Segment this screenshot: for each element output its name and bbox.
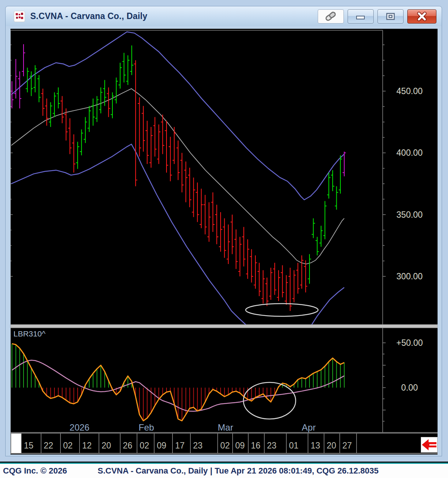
- ohlc-bar[interactable]: [49, 102, 52, 127]
- restore-button[interactable]: [377, 9, 404, 24]
- ohlc-bar[interactable]: [161, 115, 164, 154]
- date-cell[interactable]: 22: [44, 441, 53, 450]
- ohlc-bar[interactable]: [177, 140, 180, 180]
- date-cursor-cell[interactable]: [11, 434, 21, 453]
- ohlc-bar[interactable]: [234, 229, 238, 269]
- date-cell[interactable]: 20: [327, 441, 336, 450]
- title-bar[interactable]: S.CVNA - Carvana Co., Daily: [6, 6, 442, 27]
- ohlc-bar[interactable]: [34, 65, 37, 93]
- date-cell[interactable]: 17: [175, 441, 185, 450]
- ohlc-bar[interactable]: [269, 268, 273, 300]
- price-low-ellipse-annotation[interactable]: [246, 304, 318, 316]
- scroll-left-arrow-button[interactable]: [421, 437, 438, 453]
- ohlc-bar[interactable]: [53, 92, 56, 117]
- ohlc-bar[interactable]: [315, 237, 319, 255]
- ohlc-bar[interactable]: [281, 265, 284, 297]
- ohlc-bar[interactable]: [258, 263, 261, 296]
- ohlc-bar[interactable]: [126, 55, 130, 85]
- ohlc-bar[interactable]: [323, 201, 327, 239]
- ohlc-bar[interactable]: [188, 168, 192, 207]
- ohlc-bar[interactable]: [300, 255, 304, 289]
- price-and-indicator-chart[interactable]: 450.00400.00350.00300.00+50.000.002026Fe…: [10, 29, 438, 454]
- ohlc-bar[interactable]: [184, 161, 187, 202]
- ohlc-bar[interactable]: [29, 71, 33, 96]
- date-cell[interactable]: 01: [289, 441, 299, 450]
- ohlc-bar[interactable]: [192, 177, 195, 217]
- ohlc-bar[interactable]: [238, 237, 242, 276]
- date-cell[interactable]: 02: [63, 441, 73, 450]
- ohlc-bar[interactable]: [37, 75, 41, 102]
- ohlc-bar[interactable]: [312, 218, 315, 238]
- panel-separator[interactable]: [10, 325, 438, 328]
- ohlc-bar[interactable]: [250, 249, 253, 282]
- ohlc-bar[interactable]: [215, 205, 218, 244]
- ohlc-bar[interactable]: [80, 130, 83, 155]
- ohlc-bar[interactable]: [327, 173, 330, 198]
- ohlc-bar[interactable]: [115, 78, 118, 103]
- ohlc-bar[interactable]: [339, 155, 342, 194]
- date-cell[interactable]: 20: [102, 441, 111, 450]
- close-button[interactable]: [407, 9, 436, 24]
- ohlc-bar[interactable]: [200, 189, 203, 228]
- ohlc-bar[interactable]: [45, 99, 49, 126]
- date-cell[interactable]: 02: [220, 441, 230, 450]
- ohlc-bar[interactable]: [180, 153, 184, 192]
- ohlc-bar[interactable]: [88, 106, 91, 132]
- ohlc-bar[interactable]: [211, 192, 215, 232]
- ohlc-bar[interactable]: [246, 239, 249, 279]
- ohlc-bar[interactable]: [107, 87, 110, 117]
- date-cell[interactable]: 02: [140, 441, 149, 450]
- ohlc-bar[interactable]: [261, 270, 265, 304]
- ohlc-bar[interactable]: [76, 142, 79, 169]
- ohlc-bar[interactable]: [157, 124, 161, 164]
- ohlc-bar[interactable]: [296, 263, 299, 294]
- ohlc-bar[interactable]: [130, 46, 133, 75]
- ohlc-bar[interactable]: [18, 71, 21, 108]
- ohlc-bar[interactable]: [41, 89, 44, 116]
- ohlc-bar[interactable]: [273, 263, 276, 295]
- ohlc-bar[interactable]: [60, 96, 64, 123]
- ohlc-bar[interactable]: [284, 275, 288, 305]
- ohlc-bar[interactable]: [68, 118, 72, 154]
- date-cell[interactable]: 15: [24, 441, 34, 450]
- ohlc-bar[interactable]: [57, 87, 60, 108]
- ohlc-bar[interactable]: [141, 106, 145, 152]
- ohlc-bar[interactable]: [111, 92, 114, 118]
- ohlc-bar[interactable]: [134, 60, 137, 186]
- ohlc-bar[interactable]: [22, 44, 25, 76]
- ohlc-bar[interactable]: [165, 121, 168, 173]
- ohlc-bar[interactable]: [230, 215, 234, 254]
- ohlc-bar[interactable]: [169, 137, 172, 181]
- ohlc-bar[interactable]: [99, 87, 103, 113]
- ohlc-bar[interactable]: [289, 268, 292, 311]
- date-cell[interactable]: 09: [235, 441, 245, 450]
- ohlc-bar[interactable]: [146, 121, 149, 164]
- date-cell[interactable]: 12: [82, 441, 92, 450]
- date-cell[interactable]: 16: [251, 441, 261, 450]
- ohlc-bar[interactable]: [118, 63, 122, 89]
- date-cell[interactable]: 27: [342, 441, 352, 450]
- ohlc-bar[interactable]: [292, 270, 296, 302]
- ohlc-bar[interactable]: [308, 254, 311, 284]
- date-cell[interactable]: 13: [311, 441, 320, 450]
- ohlc-bar[interactable]: [10, 81, 14, 109]
- date-cell[interactable]: 09: [157, 441, 167, 450]
- ohlc-bar[interactable]: [320, 226, 323, 246]
- ohlc-bar[interactable]: [227, 224, 230, 264]
- ohlc-bar[interactable]: [331, 170, 335, 191]
- ohlc-bar[interactable]: [149, 127, 153, 168]
- ohlc-bar[interactable]: [203, 195, 207, 235]
- date-cell[interactable]: 23: [193, 441, 203, 450]
- ohlc-bar[interactable]: [95, 96, 99, 122]
- ohlc-bar[interactable]: [84, 117, 87, 143]
- ohlc-bar[interactable]: [242, 227, 246, 267]
- ohlc-bar[interactable]: [153, 117, 156, 156]
- ohlc-bar[interactable]: [335, 186, 338, 210]
- minimize-button[interactable]: [348, 9, 374, 24]
- ohlc-bar[interactable]: [196, 183, 199, 222]
- ohlc-bar[interactable]: [265, 277, 269, 306]
- ohlc-bar[interactable]: [304, 260, 307, 292]
- date-cell[interactable]: 26: [123, 441, 133, 450]
- ohlc-bar[interactable]: [219, 212, 222, 252]
- ohlc-bar[interactable]: [207, 202, 211, 242]
